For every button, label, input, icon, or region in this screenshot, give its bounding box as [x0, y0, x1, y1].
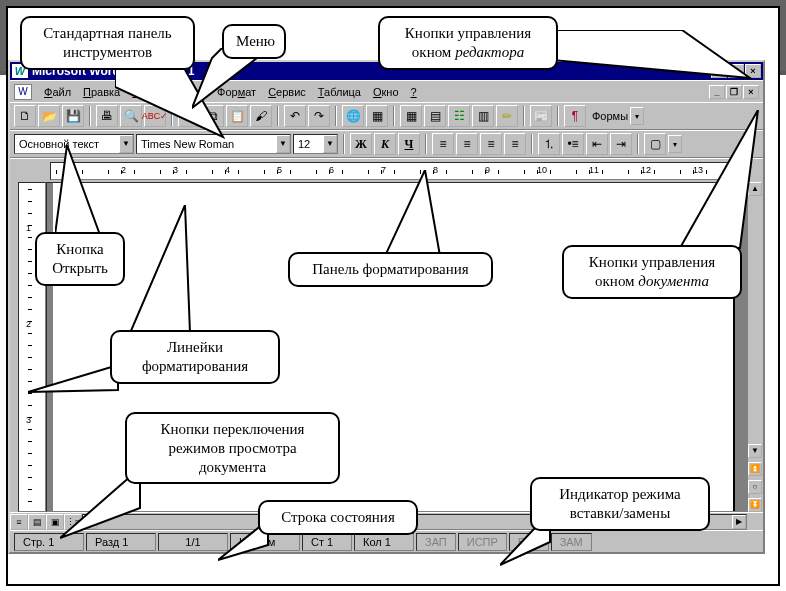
web-toolbar-button[interactable]: ▦	[366, 105, 388, 127]
prev-page-button[interactable]: ⏫	[748, 462, 762, 476]
italic-button[interactable]: К	[374, 133, 396, 155]
doc-close-button[interactable]: ×	[743, 85, 759, 99]
browse-object-button[interactable]: ○	[748, 480, 762, 494]
callout-statusbar: Строка состояния	[258, 500, 418, 535]
justify-button[interactable]: ≡	[504, 133, 526, 155]
show-hide-button[interactable]: ¶	[564, 105, 586, 127]
format-painter-button[interactable]: 🖌	[250, 105, 272, 127]
doc-restore-button[interactable]: ❐	[726, 85, 742, 99]
callout-document-window-controls: Кнопки управленияокном документа	[562, 245, 742, 299]
cut-button[interactable]: ✂	[178, 105, 200, 127]
status-pageof: 1/1	[158, 533, 228, 551]
underline-button[interactable]: Ч	[398, 133, 420, 155]
redo-button[interactable]: ↷	[308, 105, 330, 127]
menu-window[interactable]: Окно	[373, 86, 399, 98]
status-page: Стр. 1	[14, 533, 84, 551]
scroll-right-button[interactable]: ▶	[732, 515, 746, 529]
menu-edit[interactable]: Правка	[83, 86, 120, 98]
status-ovr[interactable]: ЗАМ	[551, 533, 592, 551]
forms-label: Формы	[592, 110, 628, 122]
outdent-button[interactable]: ⇤	[586, 133, 608, 155]
print-button[interactable]: 🖶	[96, 105, 118, 127]
indent-button[interactable]: ⇥	[610, 133, 632, 155]
menu-file[interactable]: Файл	[44, 86, 71, 98]
style-value: Основной текст	[19, 138, 99, 150]
normal-view-button[interactable]: ≡	[10, 514, 28, 530]
bold-button[interactable]: Ж	[350, 133, 372, 155]
scroll-down-button[interactable]: ▼	[748, 444, 762, 458]
callout-open-button: Кнопка Открыть	[35, 232, 125, 286]
align-center-button[interactable]: ≡	[456, 133, 478, 155]
ruler-row: 12345678910111213	[10, 158, 763, 182]
spellcheck-button[interactable]: ABC✓	[144, 105, 166, 127]
formatting-toolbar: Основной текст▼ Times New Roman▼ 12▼ Ж К…	[10, 130, 763, 158]
menu-view[interactable]: Вид	[132, 86, 152, 98]
drawing-button[interactable]: ✏	[496, 105, 518, 127]
columns-button[interactable]: ▥	[472, 105, 494, 127]
status-line: Ст 1	[302, 533, 352, 551]
borders-button[interactable]: ▢	[644, 133, 666, 155]
callout-ovr-indicator: Индикатор режима вставки/замены	[530, 477, 710, 531]
status-ext[interactable]: ВДЛ	[509, 533, 549, 551]
status-at: На 2см	[230, 533, 300, 551]
callout-editor-window-controls: Кнопки управленияокном редактора	[378, 16, 558, 70]
doc-icon: W	[14, 84, 32, 100]
toolbar-more-button[interactable]: ▾	[630, 107, 644, 125]
menu-table[interactable]: Таблица	[318, 86, 361, 98]
horizontal-ruler[interactable]: 12345678910111213	[50, 162, 745, 180]
callout-formatting-toolbar: Панель форматирования	[288, 252, 493, 287]
align-left-button[interactable]: ≡	[432, 133, 454, 155]
status-trk[interactable]: ИСПР	[458, 533, 507, 551]
menu-format[interactable]: Формат	[217, 86, 256, 98]
scroll-up-button[interactable]: ▲	[748, 182, 762, 196]
print-preview-button[interactable]: 🔍	[120, 105, 142, 127]
font-value: Times New Roman	[141, 138, 234, 150]
bulleted-list-button[interactable]: •≡	[562, 133, 584, 155]
status-column: Кол 1	[354, 533, 414, 551]
standard-toolbar: 🗋 📂 💾 🖶 🔍 ABC✓ ✂ ⧉ 📋 🖌 ↶ ↷ 🌐 ▦ ▦ ▤ ☷ ▥ ✏…	[10, 102, 763, 130]
pagelayout-view-button[interactable]: ▣	[46, 514, 64, 530]
status-section: Разд 1	[86, 533, 156, 551]
excel-button[interactable]: ☷	[448, 105, 470, 127]
font-combo[interactable]: Times New Roman▼	[136, 134, 291, 154]
new-doc-button[interactable]: 🗋	[14, 105, 36, 127]
outline-view-button[interactable]: ⋮≡	[64, 514, 82, 530]
next-page-button[interactable]: ⏬	[748, 498, 762, 512]
callout-view-buttons: Кнопки переключения режимов просмотра до…	[125, 412, 340, 484]
maximize-button[interactable]: □	[728, 64, 744, 78]
paste-button[interactable]: 📋	[226, 105, 248, 127]
save-button[interactable]: 💾	[62, 105, 84, 127]
callout-menu: Меню	[222, 24, 286, 59]
fontsize-value: 12	[298, 138, 310, 150]
format-more-button[interactable]: ▾	[668, 135, 682, 153]
status-rec[interactable]: ЗАП	[416, 533, 456, 551]
menu-tools[interactable]: Сервис	[268, 86, 306, 98]
doc-minimize-button[interactable]: _	[709, 85, 725, 99]
hyperlink-button[interactable]: 🌐	[342, 105, 364, 127]
vertical-scrollbar[interactable]: ▲ ▼ ⏫ ○ ⏬	[747, 182, 763, 512]
insert-table-button[interactable]: ▤	[424, 105, 446, 127]
menu-insert[interactable]: Вставка	[164, 86, 205, 98]
copy-button[interactable]: ⧉	[202, 105, 224, 127]
minimize-button[interactable]: _	[711, 64, 727, 78]
menu-help[interactable]: ?	[411, 86, 417, 98]
tables-borders-button[interactable]: ▦	[400, 105, 422, 127]
weblayout-view-button[interactable]: ▤	[28, 514, 46, 530]
document-window-controls: _ ❐ ×	[709, 85, 759, 99]
callout-standard-toolbar: Стандартная панель инструментов	[20, 16, 195, 70]
callout-rulers: Линейки форматирования	[110, 330, 280, 384]
open-button[interactable]: 📂	[38, 105, 60, 127]
editor-window-controls: _ □ ×	[711, 64, 761, 78]
close-button[interactable]: ×	[745, 64, 761, 78]
fontsize-combo[interactable]: 12▼	[293, 134, 338, 154]
align-right-button[interactable]: ≡	[480, 133, 502, 155]
style-combo[interactable]: Основной текст▼	[14, 134, 134, 154]
numbered-list-button[interactable]: ⒈	[538, 133, 560, 155]
scroll-left-button[interactable]: ◀	[83, 515, 97, 529]
document-map-button[interactable]: 📰	[530, 105, 552, 127]
menubar[interactable]: W Файл Правка Вид Вставка Формат Сервис …	[10, 80, 763, 102]
undo-button[interactable]: ↶	[284, 105, 306, 127]
